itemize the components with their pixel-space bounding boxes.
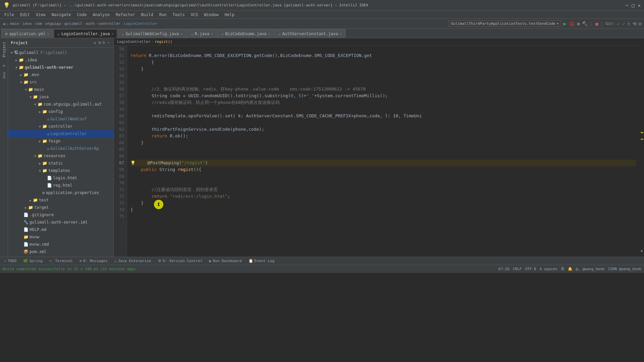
- breadcrumb-gulimall[interactable]: gulimall: [64, 21, 82, 26]
- project-tool-button[interactable]: Project: [1, 40, 7, 60]
- bottom-tab-terminal[interactable]: >_Terminal: [48, 258, 74, 264]
- minimize-button[interactable]: ─: [626, 3, 628, 8]
- menu-item-refactor[interactable]: Refactor: [113, 12, 138, 18]
- bottom-tab-spring[interactable]: 🌿Spring: [22, 258, 44, 264]
- tree-arrow[interactable]: ▶: [38, 139, 42, 143]
- tree-item-static[interactable]: ▶📁 static: [8, 160, 113, 167]
- tree-item-main[interactable]: ▼📁 main: [8, 86, 113, 93]
- tree-arrow[interactable]: ▼: [33, 154, 38, 158]
- build-button[interactable]: 🔨: [581, 20, 588, 27]
- settings-icon[interactable]: ⚙: [102, 40, 105, 46]
- tree-item-config[interactable]: ▶📁 config: [8, 108, 113, 115]
- git-tool-button[interactable]: ⊕: [1, 62, 7, 69]
- tab-r[interactable]: ☕ R.java ✕: [187, 29, 217, 38]
- bottom-tab-run-dashboard[interactable]: ▶Run Dashboard: [208, 258, 243, 264]
- menu-item-view[interactable]: View: [33, 12, 48, 18]
- tree-item-application-properties[interactable]: ⚙ application.properties: [8, 189, 113, 196]
- close-button[interactable]: ✕: [638, 3, 641, 8]
- tree-arrow[interactable]: ▼: [38, 125, 42, 128]
- breadcrumb-com[interactable]: com: [35, 21, 42, 26]
- vcs-history-icon[interactable]: ⟲: [632, 20, 637, 27]
- menu-item-analyze[interactable]: Analyze: [90, 12, 112, 18]
- run-config-selector[interactable]: GulimallThirdPartyApplicationTests.testS…: [448, 20, 561, 27]
- indent-size[interactable]: 4 spaces: [540, 267, 557, 271]
- tree-item-gulimall[interactable]: ▼🏗 gulimallF:\gulimall: [8, 49, 113, 56]
- breadcrumb-method[interactable]: regist(): [155, 40, 172, 44]
- tab-close[interactable]: ✕: [111, 32, 113, 36]
- stop-button[interactable]: ■: [595, 20, 599, 27]
- menu-item-vcs[interactable]: VCS: [188, 12, 201, 18]
- encoding[interactable]: UTF-8: [525, 267, 536, 271]
- code-content[interactable]: return R.error(BizCodeEnume.SMS_CODE_EXC…: [127, 46, 639, 257]
- tree-item--mvn[interactable]: ▶📁 .mvn: [8, 71, 113, 78]
- tree-item-target[interactable]: ▶📁 target: [8, 204, 113, 211]
- coverage-button[interactable]: ⊕: [576, 20, 580, 27]
- run-button[interactable]: ▶: [562, 20, 567, 27]
- tree-item-gulimallauthserverap[interactable]: ☕ GulimallAuthServerAp: [8, 145, 113, 152]
- layout-icon[interactable]: ⊞: [639, 21, 641, 26]
- breadcrumb-main[interactable]: main: [10, 21, 19, 26]
- maximize-button[interactable]: □: [632, 3, 634, 8]
- tab-close[interactable]: ✕: [47, 32, 49, 36]
- window-controls[interactable]: ─ □ ✕: [626, 3, 641, 8]
- tab-logincontroller[interactable]: ☕ LoginController.java ✕: [54, 29, 117, 38]
- menu-item-help[interactable]: Help: [222, 12, 237, 18]
- tree-item-gulimall-auth-server-iml[interactable]: 🔧 gulimall-auth-server.iml: [8, 219, 113, 226]
- tree-arrow[interactable]: ▶: [38, 110, 42, 114]
- tree-item--gitignore[interactable]: 📄 .gitignore: [8, 211, 113, 219]
- tree-arrow[interactable]: ▼: [9, 51, 14, 55]
- tree-arrow[interactable]: ▶: [19, 73, 23, 77]
- sort-icon[interactable]: ⇅: [98, 40, 101, 46]
- vcs-push-icon[interactable]: ↑: [627, 20, 631, 27]
- breadcrumb-auth[interactable]: auth: [86, 21, 95, 26]
- tree-item-gulimall-auth-server[interactable]: ▼📁 gulimall-auth-server: [8, 64, 113, 71]
- menu-item-window[interactable]: Window: [201, 12, 221, 18]
- menu-item-build[interactable]: Build: [139, 12, 156, 18]
- menu-item-navigate[interactable]: Navigate: [49, 12, 74, 18]
- vcs-check-icon[interactable]: ✓: [616, 20, 620, 27]
- bottom-tab-todo[interactable]: ✓TODO: [3, 258, 18, 264]
- tree-arrow[interactable]: ▶: [38, 162, 42, 165]
- new-file-icon[interactable]: ＋: [93, 40, 97, 46]
- tree-item-mvnw-cmd[interactable]: 📄 mvnw.cmd: [8, 241, 113, 248]
- tree-item-help-md[interactable]: 📄 HELP.md: [8, 226, 113, 233]
- vcs-update-icon[interactable]: ✓: [622, 20, 626, 27]
- debug-button[interactable]: 🐞: [568, 20, 575, 27]
- tree-item-logincontroller[interactable]: ☕ LoginController: [8, 130, 113, 137]
- tree-item-pom-xml[interactable]: 📦 pom.xml: [8, 248, 113, 255]
- tab-authserverconstant[interactable]: ☕ AuthServerConstant.java ✕: [274, 29, 345, 38]
- breadcrumb-controller[interactable]: controller: [98, 21, 120, 26]
- breadcrumb-atguigu[interactable]: atguigu: [45, 21, 61, 26]
- line-separator[interactable]: CRLF: [513, 267, 522, 271]
- tree-arrow[interactable]: ▼: [14, 66, 19, 69]
- tree-arrow[interactable]: ▼: [28, 95, 33, 99]
- menu-item-run[interactable]: Run: [157, 12, 169, 18]
- tab-gulimallwebconfig[interactable]: ☕ GulimallWebConfig.java ✕: [118, 29, 186, 38]
- tab-close[interactable]: ✕: [340, 32, 342, 36]
- tree-item-resources[interactable]: ▼📁 resources: [8, 152, 113, 160]
- tree-item-com-atguigu-gulimall-aut[interactable]: ▼📁 com.atguigu.gulimall.aut: [8, 101, 113, 108]
- tree-arrow[interactable]: ▼: [33, 103, 38, 106]
- tree-arrow[interactable]: ▼: [38, 169, 42, 173]
- tree-item-mvnw[interactable]: 📁 mvnw: [8, 233, 113, 241]
- tree-item-templates[interactable]: ▼📁 templates: [8, 167, 113, 174]
- run-config-dropdown-icon[interactable]: ▾: [557, 21, 559, 26]
- tree-item-test[interactable]: ▶📁 test: [8, 196, 113, 204]
- tree-arrow[interactable]: ▶: [28, 198, 33, 202]
- bottom-tab-java-enterprise[interactable]: ☕Java Enterprise: [113, 258, 153, 264]
- menu-item-file[interactable]: File: [2, 12, 17, 18]
- tree-item-gulimallwebconf[interactable]: ☕ GulimallWebConf: [8, 115, 113, 123]
- tree-item-reg-html[interactable]: 📄 reg.html: [8, 182, 113, 189]
- tree-arrow[interactable]: ▶: [14, 58, 19, 62]
- notification-icon[interactable]: 🔔: [568, 267, 573, 271]
- menu-item-tools[interactable]: Tools: [170, 12, 187, 18]
- web-tool-button[interactable]: Web: [1, 72, 7, 78]
- tree-item-src[interactable]: ▼📁 src: [8, 78, 113, 86]
- bottom-tab-0--messages[interactable]: ≡0: Messages: [78, 258, 109, 264]
- scroll-to-top-icon[interactable]: ▴: [640, 247, 643, 253]
- bottom-tab-event-log[interactable]: 📋Event Log: [247, 258, 276, 264]
- gutter-warning-icon[interactable]: 💡: [130, 160, 136, 166]
- tree-item--idea[interactable]: ▶📁 .idea: [8, 56, 113, 64]
- tree-item-controller[interactable]: ▼📁 controller: [8, 123, 113, 130]
- menu-item-edit[interactable]: Edit: [17, 12, 33, 18]
